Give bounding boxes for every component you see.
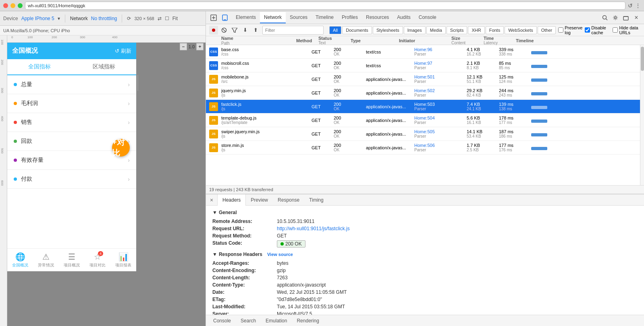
bottom-nav-anomaly[interactable]: ⚠ 异常情况 (33, 250, 59, 270)
filter-xhr-button[interactable]: XHR (468, 26, 484, 34)
filter-scripts-button[interactable]: Scripts (447, 26, 467, 34)
device-rotate-icon[interactable]: ⟳ (127, 16, 131, 21)
menu-arrow-1: › (128, 100, 130, 107)
console-tab-emulation[interactable]: Emulation (262, 316, 291, 326)
filter-media-button[interactable]: Media (426, 26, 446, 34)
detail-tabs: × Headers Preview Response Timing (206, 194, 644, 206)
device-dropdown-arrow[interactable]: ▾ (58, 16, 60, 21)
cell-size: 7.4 KB 24.1 KB (465, 100, 497, 113)
compare-badge: 4 (98, 251, 103, 256)
table-row[interactable]: JS template-debug.js /js/artTemplate GET… (206, 113, 640, 127)
clear-button[interactable] (220, 26, 229, 35)
detail-tab-preview[interactable]: Preview (246, 194, 273, 206)
filter-input[interactable] (262, 26, 324, 35)
fab-compare-button[interactable]: +对比 (112, 139, 130, 157)
tab-elements[interactable]: Elements (232, 12, 260, 23)
detail-tab-headers[interactable]: Headers (217, 194, 246, 206)
view-source-link[interactable]: View source (267, 252, 293, 257)
export-icon[interactable]: ⬆ (251, 26, 260, 35)
tab-console[interactable]: Console (415, 12, 440, 23)
triangle-icon-2: ▼ (212, 252, 217, 257)
compare-label: 项目对比 (89, 262, 106, 268)
record-button[interactable] (209, 26, 218, 35)
cell-time: 187 ms 186 ms (497, 127, 530, 140)
browser-menu-icon[interactable]: ⋮ (635, 2, 641, 9)
app-tabs: 全国指标 区域指标 (7, 59, 136, 75)
resize-handle[interactable] (136, 43, 139, 123)
zoom-minus-button[interactable]: − (180, 43, 187, 50)
file-type-icon: CSS (206, 59, 221, 72)
tab-national[interactable]: 全国指标 (7, 59, 72, 75)
bottom-nav-global[interactable]: 🌐 全国概况 (7, 250, 33, 270)
mobile-view-button[interactable] (220, 13, 229, 22)
menu-item-0[interactable]: 总量 › (7, 75, 136, 94)
hide-data-urls-checkbox[interactable]: Hide data URLs (613, 25, 641, 35)
tab-audits[interactable]: Audits (393, 12, 414, 23)
preserve-log-checkbox[interactable]: Preserve log (558, 25, 582, 35)
dock-icon[interactable] (621, 13, 630, 22)
table-row[interactable]: JS jquery.min.js /js GET 200 OK applicat… (206, 86, 640, 100)
minimize-button[interactable] (10, 3, 15, 8)
close-detail-button[interactable]: × (206, 194, 217, 206)
network-scrollbar[interactable] (640, 45, 644, 185)
menu-item-1[interactable]: 毛利润 › (7, 94, 136, 113)
disable-cache-checkbox[interactable]: Disable cache (585, 25, 610, 35)
device-screenshot-icon[interactable]: ☐ (165, 16, 169, 21)
bottom-nav-overview[interactable]: ☰ 项目概况 (59, 250, 85, 270)
settings-icon[interactable] (611, 13, 620, 22)
console-tab-console[interactable]: Console (209, 316, 235, 326)
filter-stylesheets-button[interactable]: Stylesheets (373, 26, 403, 34)
table-row[interactable]: JS fastclick.js /js GET 200 OK applicati… (206, 100, 640, 113)
tab-regional[interactable]: 区域指标 (72, 59, 136, 74)
app-refresh-button[interactable]: ↺ 刷新 (115, 47, 131, 55)
disable-cache-input[interactable] (585, 27, 590, 33)
filter-websockets-button[interactable]: WebSockets (505, 26, 537, 34)
response-header-row: Date:Wed, 22 Jul 2015 11:05:58 GMT (212, 289, 638, 295)
tab-timeline[interactable]: Timeline (312, 12, 338, 23)
table-row[interactable]: CSS mobiscroll.css /css GET 200 OK text/… (206, 59, 640, 72)
device-swap-icon[interactable]: ⇄ (158, 16, 162, 21)
preserve-log-input[interactable] (558, 27, 563, 33)
console-tab-search[interactable]: Search (237, 316, 260, 326)
network-scrollbar-thumb[interactable] (641, 47, 644, 71)
filter-fonts-button[interactable]: Fonts (486, 26, 504, 34)
request-url-val: http://wh-xull01:9011/js/fastclick.js (277, 226, 350, 231)
cell-status: 200 OK (332, 86, 364, 99)
browser-action-icon[interactable]: ↺ (628, 2, 633, 9)
svg-rect-8 (623, 17, 628, 20)
bottom-nav-compare[interactable]: ☆ 4 项目对比 (85, 250, 110, 270)
cell-time: 339 ms 338 ms (497, 45, 530, 58)
menu-item-2[interactable]: 销售 › (7, 113, 136, 132)
table-row[interactable]: CSS base.css /css GET 200 OK text/css Ho… (206, 45, 640, 59)
toolbar-separator (65, 14, 65, 23)
inspect-element-button[interactable] (209, 13, 218, 22)
zoom-plus-button[interactable]: + (196, 43, 204, 50)
search-icon[interactable] (600, 13, 609, 22)
tab-profiles[interactable]: Profiles (338, 12, 362, 23)
menu-item-5[interactable]: 付款 › (7, 170, 136, 189)
tab-sources[interactable]: Sources (286, 12, 312, 23)
detail-tab-timing[interactable]: Timing (304, 194, 328, 206)
url-bar[interactable]: wh-xull01:9011/Home#qqggk (25, 2, 625, 10)
menu-bullet-0 (14, 83, 17, 86)
hide-data-urls-input[interactable] (613, 27, 618, 33)
bottom-nav-report[interactable]: 📊 项目报表 (110, 250, 136, 270)
filter-icon[interactable] (230, 26, 239, 35)
table-row[interactable]: JS mobilebone.js /src GET 200 OK applica… (206, 72, 640, 86)
close-button[interactable] (3, 3, 8, 8)
tab-network[interactable]: Network (260, 12, 286, 23)
filter-all-button[interactable]: All (329, 26, 341, 34)
console-tab-rendering[interactable]: Rendering (293, 316, 323, 326)
table-row[interactable]: JS store.min.js /js GET 200 OK applicati… (206, 141, 640, 155)
overview-icon: ☰ (68, 252, 75, 262)
table-row[interactable]: JS swiper.jquery.min.js /js GET 200 OK a… (206, 127, 640, 141)
tab-resources[interactable]: Resources (362, 12, 393, 23)
filter-other-button[interactable]: Other (538, 26, 556, 34)
close-devtools-button[interactable]: × (632, 13, 641, 22)
device-name-label: Apple IPhone 5 (21, 16, 54, 21)
filter-documents-button[interactable]: Documents (342, 26, 372, 34)
maximize-button[interactable] (18, 3, 23, 8)
import-icon[interactable]: ⬇ (241, 26, 249, 35)
detail-tab-response[interactable]: Response (273, 194, 304, 206)
filter-images-button[interactable]: Images (404, 26, 426, 34)
